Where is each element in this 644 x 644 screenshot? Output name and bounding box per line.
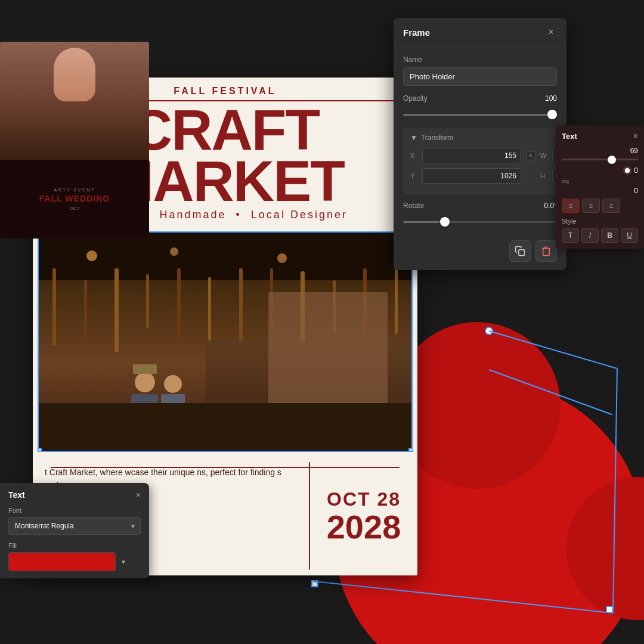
text-slider-thumb-1[interactable] [608,156,616,164]
transform-label: Transform [421,134,453,142]
canvas-bottom-right: OCT 28 2028 [310,456,417,575]
frame-rotate-value: 0.0° [544,202,557,210]
thumbnail-face [54,48,95,101]
thumbnail-big-text: FALL WEDDING [39,194,110,203]
text-panel-bl-header: Text × [8,490,141,500]
frame-opacity-value: 100 [545,94,557,103]
thumbnail-date: OCT [70,206,80,211]
transform-link-col: × [526,151,535,160]
frame-rotate-label: Rotate [403,202,424,210]
frame-panel-actions [403,235,557,262]
tagline-dot-2: • [236,209,242,221]
market-photo [39,233,411,451]
bl-font-label: Font [8,507,141,514]
canvas-date-year: 2028 [327,510,401,544]
bl-font-select-wrapper: Montserrat Regula ▼ [8,517,141,535]
text-panel-bl-close[interactable]: × [136,490,141,500]
align-right-btn[interactable]: ≡ [602,199,620,213]
opacity-track [403,114,557,116]
bl-color-arrow-icon: ▼ [120,559,126,565]
handle-br[interactable] [408,448,413,452]
photo-area[interactable] [38,231,413,452]
style-buttons: T I B U [562,228,638,243]
copy-icon [515,246,525,256]
frame-panel-header: Frame × [394,18,566,47]
thumbnail-small-text: ARTY EVENT [54,187,95,193]
frame-panel-body: Name Opacity 100 ▼ Transform X [394,47,566,270]
rotate-fill [403,221,440,223]
transform-y-label: Y [410,172,419,179]
delete-button[interactable] [535,240,557,262]
opacity-thumb[interactable] [547,110,557,119]
style-t-btn[interactable]: T [562,228,579,243]
align-center-btn[interactable]: ≡ [582,199,600,213]
bg-circle-top [394,322,561,489]
transform-header: ▼ Transform [410,134,550,142]
bl-color-row: ▼ [8,552,141,571]
frame-panel-title: Frame [403,27,430,38]
frame-opacity-label: Opacity [403,94,428,103]
text-panel-bl-title: Text [8,490,25,500]
transform-x-input[interactable] [422,148,521,163]
text-panel-bl: Text × Font Montserrat Regula ▼ Fill ▼ [0,483,149,578]
frame-panel-close[interactable]: × [545,26,557,38]
thumbnail-text: ARTY EVENT FALL WEDDING OCT [0,160,149,239]
wh-link-icon[interactable]: × [526,151,535,160]
transform-section: ▼ Transform X × W [403,128,557,194]
canvas-date-month: OCT 28 [327,488,401,510]
style-label: Style [562,218,638,225]
style-u-btn[interactable]: U [621,228,638,243]
style-b-btn[interactable]: B [601,228,618,243]
style-i-btn[interactable]: I [581,228,599,243]
frame-name-input[interactable] [403,67,557,86]
transform-x-label: X [410,152,419,159]
frame-rotate-row: Rotate 0.0° [403,202,557,210]
frame-name-field: Name [403,55,557,86]
thumbnail-card[interactable]: ARTY EVENT FALL WEDDING OCT [0,42,149,239]
svg-rect-3 [519,250,525,256]
thumbnail-inner: ARTY EVENT FALL WEDDING OCT [0,42,149,239]
tagline-local: Local Designer [251,209,348,221]
text-slider-2[interactable] [623,166,631,175]
handle-bl[interactable] [38,448,42,452]
transform-x-field: X [410,148,521,163]
tagline-handmade: Handmade [159,209,226,221]
transform-y-input[interactable] [422,168,521,184]
transform-chevron: ▼ [410,134,417,142]
copy-button[interactable] [509,240,531,262]
text-val-2: 0 [634,166,638,175]
align-buttons: ≡ ≡ ≡ [562,199,638,213]
bl-color-swatch[interactable] [8,552,116,571]
opacity-fill [403,114,557,116]
rotate-thumb[interactable] [440,217,450,227]
transform-h-label: H [540,172,549,179]
frame-panel: Frame × Name Opacity 100 ▼ Transform [394,18,566,270]
frame-opacity-row: Opacity 100 [403,94,557,103]
transform-y-field: Y [410,168,521,184]
text-ing-label: ing [562,178,638,184]
align-left-btn[interactable]: ≡ [562,199,580,213]
text-panel-tr-title: Text [562,132,577,141]
text-val-3: 0 [634,187,638,195]
thumbnail-image [0,42,149,160]
rotate-track [403,221,557,223]
text-panel-tr-close[interactable]: × [633,131,638,141]
transform-w-label: W [540,152,549,159]
bl-font-select[interactable]: Montserrat Regula [8,517,141,535]
frame-name-label: Name [403,55,557,64]
text-panel-tr: Text × 69 0 ing 0 ≡ ≡ ≡ Style T I B U [556,125,644,249]
delete-icon [541,246,552,256]
bl-fill-label: Fill [8,542,141,549]
text-val-row-2: 0 [562,166,638,175]
text-val-1: 69 [562,147,638,155]
text-val-row-3: 0 [562,187,638,195]
opacity-slider[interactable] [403,109,557,120]
text-slider-1[interactable] [562,159,638,160]
text-panel-tr-header: Text × [562,131,638,141]
transform-grid: X × W Y H [410,148,550,184]
rotate-slider[interactable] [403,216,557,228]
